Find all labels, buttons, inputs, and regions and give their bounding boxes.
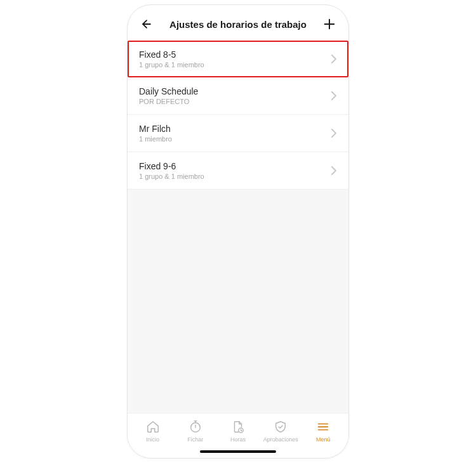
item-subtitle: POR DEFECTO (139, 98, 198, 105)
arrow-left-icon (140, 18, 153, 30)
item-subtitle: 1 miembro (139, 135, 172, 143)
schedule-list: Fixed 8-5 1 grupo & 1 miembro Daily Sche… (128, 41, 348, 190)
plus-icon (322, 17, 336, 31)
document-clock-icon (231, 420, 245, 434)
item-text: Fixed 9-6 1 grupo & 1 miembro (139, 161, 204, 180)
back-button[interactable] (139, 16, 154, 32)
svg-line-9 (241, 431, 242, 431)
page-title: Ajustes de horarios de trabajo (154, 19, 322, 30)
schedule-item-fixed-9-6[interactable]: Fixed 9-6 1 grupo & 1 miembro (128, 152, 348, 190)
header-bar: Ajustes de horarios de trabajo (128, 5, 348, 41)
home-icon (146, 420, 160, 434)
nav-label: Menú (316, 436, 331, 443)
chevron-right-icon (331, 166, 337, 175)
item-text: Mr Filch 1 miembro (139, 124, 172, 143)
nav-approvals[interactable]: Aprobaciones (261, 420, 300, 443)
bottom-nav: Inicio Fichar Horas Aprobaciones Menú (128, 413, 348, 447)
chevron-right-icon (331, 91, 337, 100)
stopwatch-icon (188, 420, 202, 434)
item-subtitle: 1 grupo & 1 miembro (139, 61, 204, 68)
nav-label: Horas (230, 436, 246, 443)
chevron-right-icon (331, 129, 337, 138)
item-label: Fixed 8-5 (139, 49, 204, 60)
nav-menu[interactable]: Menú (304, 420, 342, 443)
schedule-item-mr-filch[interactable]: Mr Filch 1 miembro (128, 115, 348, 152)
phone-frame: Ajustes de horarios de trabajo Fixed 8-5… (127, 4, 349, 459)
menu-icon (316, 420, 330, 434)
schedule-item-daily[interactable]: Daily Schedule POR DEFECTO (128, 77, 348, 115)
item-text: Fixed 8-5 1 grupo & 1 miembro (139, 49, 204, 68)
chevron-right-icon (331, 55, 337, 63)
home-indicator (200, 450, 276, 453)
item-label: Fixed 9-6 (139, 161, 204, 171)
item-label: Mr Filch (139, 124, 172, 134)
nav-punch[interactable]: Fichar (176, 420, 215, 443)
content-area: Fixed 8-5 1 grupo & 1 miembro Daily Sche… (128, 41, 348, 413)
shield-check-icon (274, 420, 288, 434)
item-label: Daily Schedule (139, 86, 198, 96)
nav-home[interactable]: Inicio (134, 420, 172, 443)
add-button[interactable] (322, 16, 337, 32)
nav-label: Fichar (187, 436, 203, 443)
nav-label: Aprobaciones (263, 436, 298, 443)
nav-hours[interactable]: Horas (219, 420, 257, 443)
nav-label: Inicio (146, 436, 159, 443)
item-text: Daily Schedule POR DEFECTO (139, 86, 198, 105)
schedule-item-fixed-8-5[interactable]: Fixed 8-5 1 grupo & 1 miembro (128, 41, 348, 77)
item-subtitle: 1 grupo & 1 miembro (139, 173, 204, 180)
